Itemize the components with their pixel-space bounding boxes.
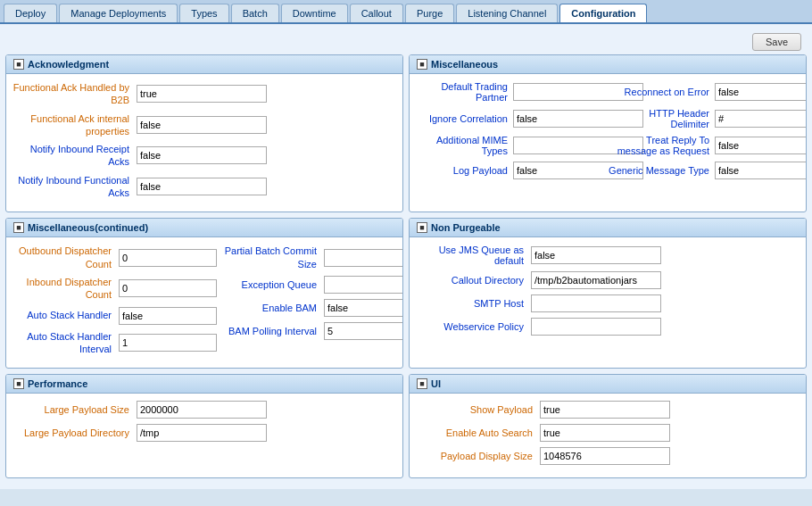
perf-input-1[interactable]	[137, 424, 267, 442]
mc-left-input-3[interactable]	[119, 334, 217, 352]
misc-label-3-left: Log Payload	[415, 165, 513, 176]
miscellaneous-title: Miscellaneous	[431, 59, 498, 70]
ui-field-2: Payload Display Size	[415, 447, 800, 465]
miscellaneous-collapse-icon[interactable]: ■	[417, 59, 427, 70]
ack-label-0: Functional Ack Handled by B2B	[12, 81, 137, 107]
row-2: ■ Miscellaneous(continued) Outbound Disp…	[5, 218, 807, 369]
save-button[interactable]: Save	[752, 33, 801, 51]
ui-input-0[interactable]	[540, 401, 670, 419]
acknowledgment-header: ■ Acknowledgment	[6, 55, 402, 74]
np-label-2: SMTP Host	[415, 298, 531, 309]
tab-callout[interactable]: Callout	[350, 4, 403, 22]
ui-input-1[interactable]	[540, 424, 670, 442]
non-purgeable-collapse-icon[interactable]: ■	[417, 222, 427, 233]
mc-right-3: BAM Polling Interval	[208, 322, 397, 340]
ui-panel-header: ■ UI	[410, 375, 806, 394]
mc-right-input-3[interactable]	[324, 322, 403, 340]
ack-input-3[interactable]	[137, 178, 267, 195]
tab-types[interactable]: Types	[179, 4, 228, 22]
np-field-0: Use JMS Queue as default	[415, 245, 800, 266]
tab-configuration[interactable]: Configuration	[559, 4, 647, 22]
mc-right-label-3: BAM Polling Interval	[208, 325, 324, 337]
miscellaneous-body: Default Trading Partner Reconnect on Err…	[410, 74, 806, 192]
misc-continued-collapse-icon[interactable]: ■	[13, 222, 24, 233]
perf-label-0: Large Payload Size	[12, 403, 137, 416]
performance-collapse-icon[interactable]: ■	[13, 378, 24, 389]
mc-left-label-1: Inbound Dispatcher Count	[12, 276, 119, 302]
misc-right-1: HTTP Header Delimiter	[608, 108, 800, 129]
ui-input-2[interactable]	[540, 447, 670, 465]
misc-input-2-right[interactable]	[715, 137, 807, 154]
misc-cont-left-col: Outbound Dispatcher Count Inbound Dispat…	[12, 245, 201, 361]
tab-listening-channel[interactable]: Listening Channel	[456, 4, 558, 22]
misc-input-0-right[interactable]	[715, 83, 807, 101]
ack-field-1: Functional Ack internal properties	[12, 112, 397, 138]
np-field-1: Callout Directory	[415, 271, 800, 289]
mc-right-1: Exception Queue ▼	[208, 276, 397, 294]
miscellaneous-panel: ■ Miscellaneous Default Trading Partner …	[409, 54, 807, 212]
performance-body: Large Payload Size Large Payload Directo…	[6, 394, 402, 454]
np-field-3: Webservice Policy	[415, 318, 800, 336]
main-content: Save ■ Acknowledgment Functional Ack Han…	[0, 24, 812, 489]
tab-bar: Deploy Manage Deployments Types Batch Do…	[0, 0, 812, 24]
mc-left-0: Outbound Dispatcher Count	[12, 245, 201, 270]
np-input-3[interactable]	[531, 318, 661, 336]
tab-downtime[interactable]: Downtime	[281, 4, 348, 22]
ack-input-0[interactable]	[137, 85, 267, 103]
misc-row-1: Ignore Correlation HTTP Header Delimiter	[415, 108, 800, 129]
performance-panel: ■ Performance Large Payload Size Large P…	[5, 374, 403, 478]
mc-left-input-1[interactable]	[119, 279, 217, 297]
misc-label-3-right: Generic Message Type	[608, 165, 715, 176]
misc-label-0-left: Default Trading Partner	[415, 81, 513, 103]
exception-queue-input[interactable]	[324, 276, 403, 294]
misc-left-1: Ignore Correlation	[415, 110, 608, 128]
performance-title: Performance	[28, 378, 87, 389]
misc-continued-header: ■ Miscellaneous(continued)	[6, 219, 402, 237]
np-input-2[interactable]	[531, 294, 661, 312]
misc-left-3: Log Payload	[415, 162, 608, 179]
np-field-2: SMTP Host	[415, 294, 800, 312]
tab-batch[interactable]: Batch	[231, 4, 279, 22]
misc-right-0: Reconnect on Error	[608, 83, 800, 101]
np-input-0[interactable]	[531, 246, 661, 264]
mc-right-2: Enable BAM	[208, 299, 397, 317]
mc-right-label-2: Enable BAM	[208, 302, 324, 314]
ui-label-1: Enable Auto Search	[415, 427, 540, 439]
mc-left-input-0[interactable]	[119, 249, 217, 267]
miscellaneous-header: ■ Miscellaneous	[410, 55, 806, 74]
mc-right-label-0: Partial Batch Commit Size	[208, 245, 324, 270]
tab-manage-deployments[interactable]: Manage Deployments	[59, 4, 178, 22]
non-purgeable-body: Use JMS Queue as default Callout Directo…	[410, 237, 806, 348]
perf-field-0: Large Payload Size	[12, 401, 397, 419]
performance-header: ■ Performance	[6, 375, 402, 394]
misc-label-2-right: Treat Reply To message as Request	[608, 135, 715, 156]
mc-right-input-0[interactable]	[324, 249, 403, 267]
mc-right-input-2[interactable]	[324, 299, 403, 317]
misc-label-1-left: Ignore Correlation	[415, 113, 513, 124]
acknowledgment-body: Functional Ack Handled by B2B Functional…	[6, 74, 402, 212]
perf-field-1: Large Payload Directory	[12, 424, 397, 442]
np-label-1: Callout Directory	[415, 275, 531, 286]
ui-collapse-icon[interactable]: ■	[417, 378, 427, 389]
acknowledgment-collapse-icon[interactable]: ■	[13, 59, 24, 70]
exception-queue-wrap: ▼	[324, 276, 403, 294]
misc-label-0-right: Reconnect on Error	[608, 87, 715, 97]
ui-field-1: Enable Auto Search	[415, 424, 800, 442]
misc-input-1-right[interactable]	[715, 110, 807, 128]
misc-input-3-right[interactable]	[715, 162, 807, 179]
ack-input-2[interactable]	[137, 146, 267, 164]
row-3: ■ Performance Large Payload Size Large P…	[5, 374, 807, 478]
ui-panel-body: Show Payload Enable Auto Search Payload …	[410, 394, 806, 477]
tab-purge[interactable]: Purge	[405, 4, 454, 22]
np-input-1[interactable]	[531, 271, 661, 289]
tab-deploy[interactable]: Deploy	[4, 4, 57, 22]
mc-left-label-3: Auto Stack Handler Interval	[12, 330, 119, 356]
misc-row-3: Log Payload Generic Message Type	[415, 162, 800, 179]
misc-continued-title: Miscellaneous(continued)	[28, 222, 148, 233]
acknowledgment-panel: ■ Acknowledgment Functional Ack Handled …	[5, 54, 403, 212]
perf-input-0[interactable]	[137, 401, 267, 419]
ack-input-1[interactable]	[137, 116, 267, 134]
non-purgeable-header: ■ Non Purgeable	[410, 219, 806, 237]
misc-row-0: Default Trading Partner Reconnect on Err…	[415, 81, 800, 103]
mc-left-input-2[interactable]	[119, 307, 217, 325]
